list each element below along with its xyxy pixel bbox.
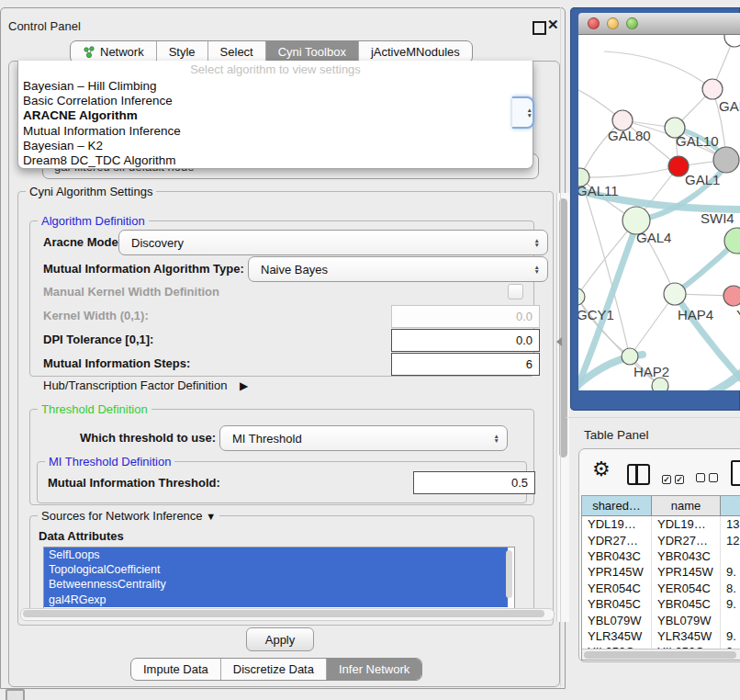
algorithm-option[interactable]: Mutual Information Inference xyxy=(18,124,533,139)
algorithm-combo-fragment[interactable]: ▲▼ xyxy=(512,96,534,129)
table-row[interactable]: YPR145WYPR145W9. xyxy=(582,564,740,580)
settings-hscrollbar[interactable] xyxy=(20,608,555,621)
network-node[interactable] xyxy=(713,147,739,173)
kernel-width-field[interactable]: 0.0 xyxy=(391,305,540,328)
algorithm-option[interactable]: Basic Correlation Inference xyxy=(18,94,533,108)
manual-kernel-label: Manual Kernel Width Definition xyxy=(43,285,219,299)
table-cell: YBR043C xyxy=(582,548,652,564)
zoom-traffic-light-icon[interactable] xyxy=(626,17,638,29)
columns-icon[interactable] xyxy=(627,464,650,485)
network-window-titlebar[interactable] xyxy=(578,13,740,35)
attribute-item[interactable]: SelfLoops xyxy=(44,548,508,562)
panel-splitter[interactable] xyxy=(560,7,561,687)
tab-cyni-toolbox[interactable]: Cyni Toolbox xyxy=(265,41,358,62)
network-node[interactable] xyxy=(724,35,740,47)
network-node[interactable] xyxy=(578,288,585,305)
table-cell: 9. xyxy=(721,564,740,580)
tab-discretize-data[interactable]: Discretize Data xyxy=(220,659,326,680)
table-cell xyxy=(721,548,740,564)
network-node[interactable] xyxy=(622,348,638,365)
gear-icon[interactable]: ⚙ xyxy=(592,457,611,481)
tab-jactivemnodules[interactable]: jActiveMNodules xyxy=(358,41,472,62)
dpi-tolerance-field[interactable]: 0.0 xyxy=(391,329,540,352)
which-threshold-label: Which threshold to use: xyxy=(80,431,216,445)
splitter-collapse-icon[interactable] xyxy=(556,337,562,346)
apply-button[interactable]: Apply xyxy=(246,627,314,651)
mi-algorithm-type-label: Mutual Information Algorithm Type: xyxy=(43,262,244,276)
mi-threshold-title: MI Threshold Definition xyxy=(45,455,174,469)
table-cell: 13 xyxy=(721,516,740,532)
table-row[interactable]: YDL19…YDL19…13 xyxy=(582,516,740,532)
table-row[interactable]: YBL079WYBL079W xyxy=(582,612,740,627)
list-scrollbar-thumb[interactable] xyxy=(506,550,512,598)
mi-algorithm-type-combo[interactable]: Naive Bayes ▲▼ xyxy=(248,256,548,282)
float-window-icon[interactable] xyxy=(533,21,546,35)
algorithm-placeholder: Select algorithm to view settings xyxy=(18,61,533,79)
mi-steps-field[interactable]: 6 xyxy=(391,353,540,376)
network-node[interactable] xyxy=(652,378,668,390)
minimized-panel-icon[interactable] xyxy=(6,689,25,700)
algorithm-option[interactable]: ARACNE Algorithm xyxy=(18,108,533,123)
table-cell: YLR345W xyxy=(582,628,652,644)
data-attributes-list[interactable]: SelfLoopsTopologicalCoefficientBetweenne… xyxy=(43,547,515,610)
stepper-icon: ▲▼ xyxy=(534,238,540,248)
table-cell: 12 xyxy=(721,532,740,548)
algorithm-option[interactable]: Bayesian – K2 xyxy=(18,139,533,153)
expand-right-icon[interactable]: ▶ xyxy=(240,379,248,392)
unchecked-checkbox-icon xyxy=(696,473,705,482)
close-icon[interactable]: ✕ xyxy=(547,17,559,33)
bottom-tabbar: Impute Data Discretize Data Infer Networ… xyxy=(130,658,422,681)
tab-infer-network[interactable]: Infer Network xyxy=(326,659,421,680)
algorithm-option[interactable]: Dream8 DC_TDC Algorithm xyxy=(18,153,533,168)
table-hscrollbar-thumb[interactable] xyxy=(584,651,736,659)
attribute-item[interactable]: gal4RGexp xyxy=(44,593,508,607)
table-row[interactable]: YBR045CYBR045C9. xyxy=(582,596,740,612)
attribute-item[interactable]: BetweennessCentrality xyxy=(44,577,508,592)
application-root: { "icons": { "close": "✕", "gear": "⚙", … xyxy=(0,0,740,700)
close-traffic-light-icon[interactable] xyxy=(588,17,600,29)
column-header[interactable] xyxy=(721,496,740,516)
settings-hscrollbar-thumb[interactable] xyxy=(23,610,544,617)
collapse-down-icon[interactable]: ▼ xyxy=(206,511,216,522)
column-header[interactable]: shared… xyxy=(582,496,652,516)
tab-select[interactable]: Select xyxy=(207,41,265,62)
table-row[interactable]: YBR043CYBR043C xyxy=(582,548,740,564)
manual-kernel-checkbox[interactable] xyxy=(508,284,523,299)
tab-style[interactable]: Style xyxy=(156,41,207,62)
stepper-icon: ▲▼ xyxy=(534,265,540,275)
network-node[interactable] xyxy=(664,283,686,305)
table-hscrollbar[interactable] xyxy=(582,649,740,660)
select-all-columns-icon[interactable]: ✓✓ xyxy=(662,469,688,486)
algorithm-option[interactable]: Bayesian – Hill Climbing xyxy=(18,79,533,94)
hub-section-label[interactable]: Hub/Transcription Factor Definition ▶ xyxy=(43,378,248,392)
document-icon[interactable] xyxy=(731,460,740,486)
table-row[interactable]: YDR27…YDR27…12 xyxy=(582,532,740,548)
tab-impute-data[interactable]: Impute Data xyxy=(131,659,220,680)
table-row[interactable]: YLR345WYLR345W9. xyxy=(582,628,740,644)
network-icon xyxy=(83,46,95,59)
aracne-mode-combo[interactable]: Discovery ▲▼ xyxy=(118,230,548,255)
table-cell: YBL079W xyxy=(652,612,721,627)
mutual-info-threshold-field[interactable]: 0.5 xyxy=(413,471,535,494)
network-edge[interactable] xyxy=(604,51,712,89)
settings-scrollbar[interactable] xyxy=(556,193,569,622)
tab-network[interactable]: Network xyxy=(71,41,156,62)
table-cell: YPR145W xyxy=(582,564,652,580)
algorithm-options-list: Bayesian – Hill ClimbingBasic Correlatio… xyxy=(18,79,533,168)
node-label: GAL11 xyxy=(578,183,619,198)
network-node[interactable] xyxy=(702,79,723,99)
network-edge[interactable] xyxy=(580,166,678,177)
deselect-all-columns-icon[interactable] xyxy=(696,469,722,486)
column-header[interactable]: name xyxy=(652,496,721,516)
which-threshold-combo[interactable]: MI Threshold ▲▼ xyxy=(219,425,508,451)
network-canvas[interactable]: GAL80GAL10GAL1GAL11GAL4SWI4GCY1HAP4YHAP2… xyxy=(578,35,740,390)
node-table: shared…name YDL19…YDL19…13YDR27…YDR27…12… xyxy=(581,495,740,660)
network-node[interactable] xyxy=(723,286,740,306)
table-row[interactable]: YER054CYER054C8. xyxy=(582,581,740,596)
attribute-item[interactable]: TopologicalCoefficient xyxy=(44,562,508,577)
minimize-traffic-light-icon[interactable] xyxy=(607,17,619,29)
table-cell: YER054C xyxy=(582,581,652,596)
table-cell: YBR045C xyxy=(652,596,721,612)
sources-title[interactable]: Sources for Network Inference ▼ xyxy=(38,509,219,523)
kernel-width-label: Kernel Width (0,1): xyxy=(43,309,149,322)
